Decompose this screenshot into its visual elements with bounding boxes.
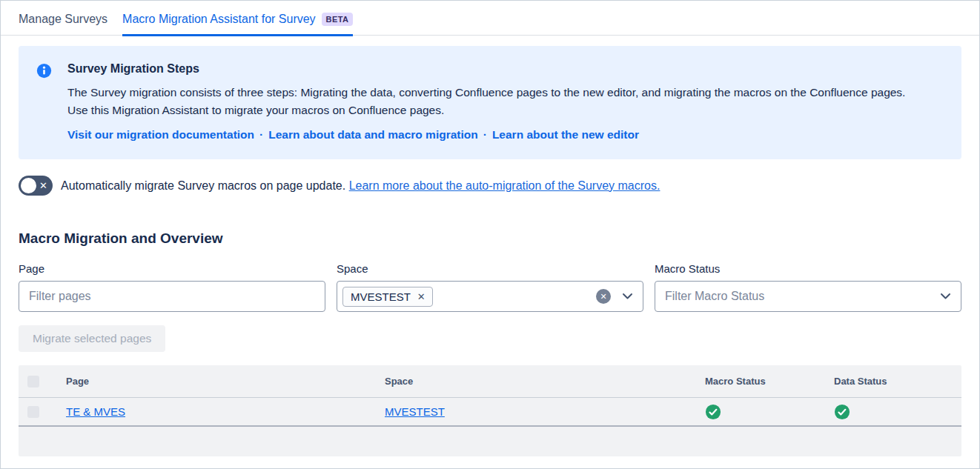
migrate-selected-pages-button[interactable]: Migrate selected pages [19,325,165,352]
row-checkbox[interactable] [27,406,39,418]
filters-row: Page Space MVESTEST ✕ ✕ Macro Status [19,262,961,312]
macro-status-cell [705,404,834,420]
space-clear-icon[interactable]: ✕ [596,289,611,304]
page-cell: TE & MVES [66,405,385,419]
column-header-macro-status: Macro Status [705,376,834,387]
column-header-data-status: Data Status [834,376,961,387]
tab-manage-surveys[interactable]: Manage Surveys [19,13,107,36]
migration-documentation-link[interactable]: Visit our migration documentation [67,128,254,141]
auto-migration-learn-more-link[interactable]: Learn more about the auto-migration of t… [349,179,660,192]
macro-status-placeholder: Filter Macro Status [665,290,940,303]
space-filter-select[interactable]: MVESTEST ✕ ✕ [337,281,643,312]
macro-status-success-check-icon [705,404,721,420]
toggle-off-x-icon: ✕ [39,181,47,190]
space-link[interactable]: MVESTEST [385,405,445,418]
auto-migration-text: Automatically migrate Survey macros on p… [61,179,660,193]
macro-migration-page: Manage Surveys Macro Migration Assistant… [0,0,980,469]
tab-label: Manage Surveys [19,13,107,26]
tab-bar: Manage Surveys Macro Migration Assistant… [1,1,979,36]
auto-migration-toggle[interactable]: ✕ [19,176,53,196]
tab-macro-migration-assistant[interactable]: Macro Migration Assistant for Survey BET… [122,13,353,36]
info-panel-title: Survey Migration Steps [67,62,913,76]
page-filter-label: Page [19,262,325,275]
link-separator: · [478,128,492,141]
chevron-down-icon[interactable] [940,293,951,300]
page-filter-input[interactable] [29,290,315,303]
tab-label: Macro Migration Assistant for Survey [122,13,316,26]
space-tag-label: MVESTEST [351,290,411,303]
info-icon [36,63,52,79]
auto-migration-label: Automatically migrate Survey macros on p… [61,179,345,192]
info-panel-content: Survey Migration Steps The Survey migrat… [67,62,913,142]
page-filter-field [19,281,325,312]
chevron-down-icon[interactable] [622,293,633,300]
macro-status-filter-label: Macro Status [655,262,961,275]
macro-status-filter-col: Macro Status Filter Macro Status [655,262,961,312]
column-header-page: Page [66,376,385,387]
select-all-cell [19,376,66,387]
select-all-checkbox[interactable] [27,376,39,387]
macro-status-filter-select[interactable]: Filter Macro Status [655,281,961,312]
table-footer-spacer [19,427,961,456]
link-separator: · [254,128,268,141]
data-status-cell [834,404,961,420]
page-filter-col: Page [19,262,325,312]
page-link[interactable]: TE & MVES [66,405,125,418]
migration-table: Page Space Macro Status Data Status TE &… [19,365,961,456]
space-filter-label: Space [337,262,643,275]
column-header-space: Space [385,376,705,387]
survey-migration-info-panel: Survey Migration Steps The Survey migrat… [19,46,961,159]
info-panel-body: The Survey migration consists of three s… [67,84,913,119]
info-panel-links: Visit our migration documentation·Learn … [67,128,913,142]
table-row: TE & MVES MVESTEST [19,398,961,427]
table-header-row: Page Space Macro Status Data Status [19,365,961,398]
data-status-success-check-icon [834,404,850,420]
space-cell: MVESTEST [385,405,705,419]
beta-badge: BETA [322,13,354,26]
data-macro-migration-link[interactable]: Learn about data and macro migration [268,128,478,141]
row-select-cell [19,406,66,418]
toggle-knob [21,178,36,193]
space-tag: MVESTEST ✕ [342,287,433,307]
space-filter-col: Space MVESTEST ✕ ✕ [337,262,643,312]
space-tag-remove-icon[interactable]: ✕ [417,291,426,302]
section-heading: Macro Migration and Overview [19,230,961,247]
new-editor-link[interactable]: Learn about the new editor [492,128,639,141]
auto-migration-row: ✕ Automatically migrate Survey macros on… [19,176,961,196]
